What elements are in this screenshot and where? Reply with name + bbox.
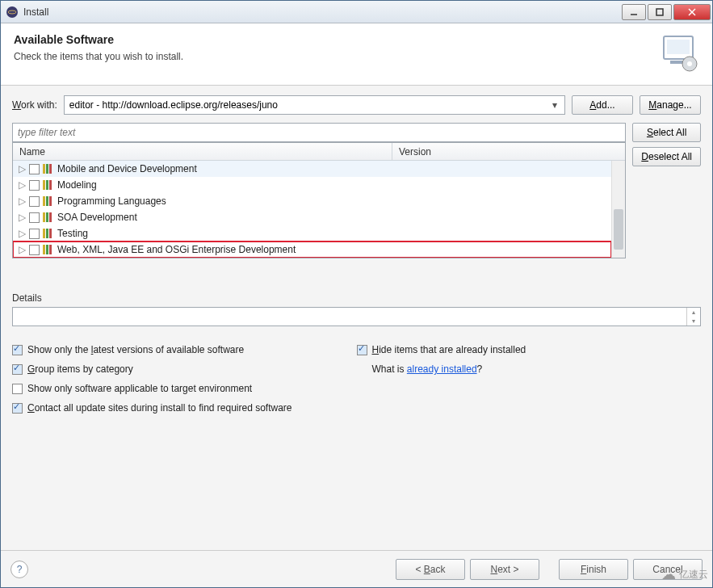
watermark: ☁亿速云 [661,565,708,583]
item-label: Mobile and Device Development [57,163,197,174]
work-with-combo[interactable]: ▾ [64,95,565,115]
expand-icon[interactable]: ▷ [18,181,26,189]
minimize-button[interactable] [622,4,646,20]
already-installed-link[interactable]: already installed [407,363,477,375]
latest-checkbox[interactable] [12,345,23,355]
details-label: Details [12,292,701,304]
hide-checkbox[interactable] [357,345,367,355]
finish-button[interactable]: Finish [559,559,628,580]
item-checkbox[interactable] [29,229,40,239]
add-button[interactable]: Add... [572,95,633,115]
dropdown-arrow-icon[interactable]: ▾ [548,99,561,111]
column-name[interactable]: Name [13,143,392,160]
tree-item[interactable]: ▷Testing [13,225,611,242]
group-checkbox[interactable] [12,364,23,375]
applicable-label: Show only software applicable to target … [27,383,252,394]
expand-icon[interactable]: ▷ [18,229,26,237]
maximize-button[interactable] [648,4,672,20]
applicable-checkbox[interactable] [12,384,23,394]
tree-body[interactable]: ▷Mobile and Device Development▷Modeling▷… [13,161,611,258]
spin-down-icon[interactable]: ▾ [687,317,700,326]
tree-item[interactable]: ▷Web, XML, Java EE and OSGi Enterprise D… [13,242,611,258]
page-title: Available Software [14,33,659,46]
eclipse-icon [6,6,19,19]
contact-label: Contact all update sites during install … [27,402,292,414]
scrollbar-thumb[interactable] [614,209,623,250]
work-with-input[interactable] [68,99,548,111]
item-label: Programming Languages [57,195,166,207]
window-title: Install [23,6,622,18]
tree-item[interactable]: ▷Modeling [13,177,611,193]
page-subtitle: Check the items that you wish to install… [14,51,659,62]
tree-item[interactable]: ▷Programming Languages [13,193,611,209]
vertical-scrollbar[interactable] [611,161,625,258]
button-bar: ? < Back Next > Finish Cancel [1,550,712,587]
item-checkbox[interactable] [29,196,40,207]
expand-icon[interactable]: ▷ [18,197,26,205]
svg-rect-3 [656,9,663,15]
filter-input[interactable] [12,123,626,142]
item-label: SOA Development [57,212,137,223]
close-button[interactable] [673,4,711,20]
tree-item[interactable]: ▷SOA Development [13,209,611,225]
help-button[interactable]: ? [10,561,28,578]
hide-label: Hide items that are already installed [372,344,526,355]
manage-button[interactable]: Manage... [640,95,701,115]
item-label: Testing [57,228,88,239]
item-checkbox[interactable] [29,180,40,191]
svg-rect-7 [667,40,690,54]
back-button[interactable]: < Back [396,559,465,580]
contact-checkbox[interactable] [12,403,23,414]
deselect-all-button[interactable]: Deselect All [632,147,701,166]
column-version[interactable]: Version [392,146,625,158]
select-all-button[interactable]: Select All [632,123,701,142]
spin-up-icon[interactable]: ▴ [687,308,700,317]
expand-icon[interactable]: ▷ [18,246,26,254]
category-icon [43,212,54,222]
expand-icon[interactable]: ▷ [18,165,26,173]
item-label: Web, XML, Java EE and OSGi Enterprise De… [57,244,296,255]
expand-icon[interactable]: ▷ [18,213,26,221]
category-icon [43,180,54,190]
group-label: Group items by category [27,363,133,375]
category-icon [43,229,54,238]
work-with-label: Work with: [12,99,57,111]
category-icon [43,164,54,174]
item-checkbox[interactable] [29,164,40,174]
tree-header: Name Version [13,143,625,161]
item-checkbox[interactable] [29,212,40,223]
category-icon [43,245,54,254]
next-button[interactable]: Next > [470,559,539,580]
install-dialog: Install Available Software Check the ite… [0,0,713,588]
svg-point-10 [687,61,692,66]
item-label: Modeling [57,179,97,191]
tree-item[interactable]: ▷Mobile and Device Development [13,161,611,177]
category-icon [43,196,54,206]
dialog-header: Available Software Check the items that … [1,23,712,86]
latest-label: Show only the latest versions of availab… [27,344,244,355]
install-image-icon [659,33,699,74]
details-box[interactable]: ▴▾ [12,307,701,326]
what-is-label: What is already installed? [372,363,483,375]
titlebar[interactable]: Install [1,1,712,23]
item-checkbox[interactable] [29,245,40,255]
software-tree[interactable]: Name Version ▷Mobile and Device Developm… [12,142,626,258]
